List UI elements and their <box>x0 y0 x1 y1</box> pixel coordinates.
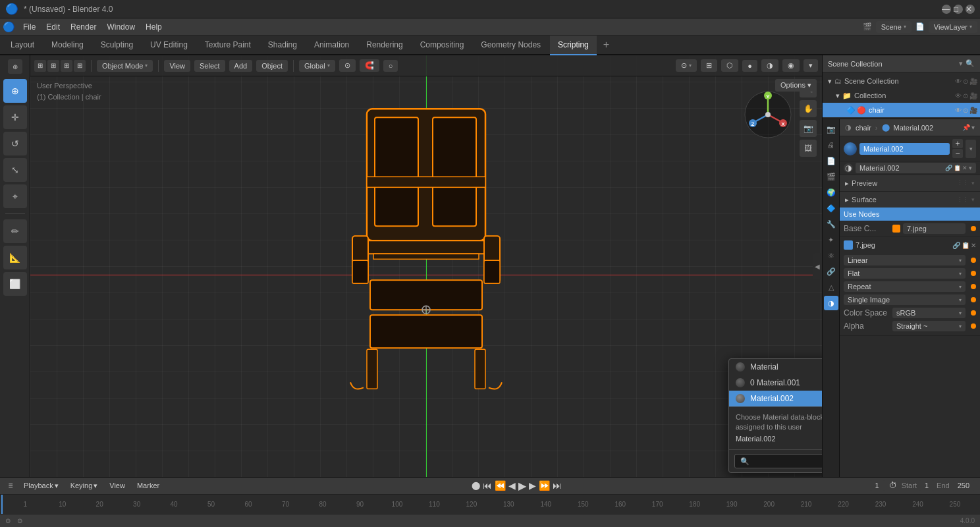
tab-geometry-nodes[interactable]: Geometry Nodes <box>473 36 549 55</box>
pnav-modifier[interactable]: 🔧 <box>824 217 838 231</box>
view-layer-selector[interactable]: ViewLayer ▾ <box>929 21 977 33</box>
tex-copy-icon[interactable]: 📋 <box>962 242 969 249</box>
source-dropdown[interactable]: Single Image ▾ <box>844 294 966 305</box>
col-render-icon[interactable]: 🎥 <box>969 92 977 99</box>
hand-tool-button[interactable]: ✋ <box>800 100 817 117</box>
next-frame-button[interactable]: ⏩ <box>539 480 550 491</box>
scale-tool[interactable]: ⤡ <box>3 158 27 182</box>
chair-render-icon[interactable]: 🎥 <box>969 107 977 114</box>
mat-dd-search-input[interactable] <box>734 454 822 468</box>
move-tool[interactable]: ✛ <box>3 105 27 129</box>
viewport[interactable]: ⊞ ⊞ ⊞ ⊞ Object Mode ▾ View Select Add Ob… <box>30 55 822 477</box>
props-pin-icon[interactable]: 📌 <box>962 124 970 131</box>
prev-frame-button[interactable]: ⏪ <box>495 480 506 491</box>
extension-dropdown[interactable]: Repeat ▾ <box>844 281 966 292</box>
preview-header[interactable]: ▸ Preview ⋮⋮ ▾ <box>840 175 980 191</box>
pnav-view-layer[interactable]: 📄 <box>824 153 838 168</box>
tab-shading[interactable]: Shading <box>260 36 305 55</box>
record-button[interactable]: ⬤ <box>471 481 480 490</box>
cursor-tool[interactable]: ⊕ <box>3 79 27 103</box>
tab-texture-paint[interactable]: Texture Paint <box>197 36 259 55</box>
play-button[interactable]: ▶ <box>518 480 526 492</box>
close-button[interactable]: ✕ <box>966 5 975 14</box>
mat-datablock-selector[interactable]: Material.002 🔗 📋 ✕ ▾ <box>856 163 976 173</box>
tex-link-icon[interactable]: 🔗 <box>952 242 960 249</box>
select-menu[interactable]: Select <box>194 60 225 72</box>
shading-rendered[interactable]: ◉ <box>782 59 800 72</box>
blender-menu-logo[interactable]: 🔵 <box>3 21 15 33</box>
pnav-object-data[interactable]: △ <box>824 280 838 294</box>
maximize-button[interactable]: □ <box>954 5 963 14</box>
menu-window[interactable]: Window <box>101 21 140 33</box>
shading-material[interactable]: ◑ <box>761 59 778 72</box>
mat-dd-material001[interactable]: 0 Material.001 <box>729 375 822 391</box>
playback-menu[interactable]: Playback ▾ <box>20 480 63 491</box>
camera-view-button[interactable]: 📷 <box>800 120 817 137</box>
next-keyframe-button[interactable]: ▶ <box>529 480 536 491</box>
col-eye-icon[interactable]: 👁 <box>955 92 962 99</box>
panel-collapse-arrow[interactable]: ◀ <box>813 253 822 279</box>
add-workspace-button[interactable]: + <box>598 36 614 54</box>
outliner-filter-icon[interactable]: ▾ <box>959 59 963 68</box>
view-menu[interactable]: View <box>164 60 190 72</box>
interpolation-dropdown[interactable]: Linear ▾ <box>844 255 966 265</box>
shading-wireframe[interactable]: ⬡ <box>721 59 738 72</box>
add-menu[interactable]: Add <box>229 60 253 72</box>
outliner-chair[interactable]: 🔷 🔴 chair 👁 ⊙ 🎥 <box>823 103 980 117</box>
sc-select-icon[interactable]: ⊙ <box>963 78 968 85</box>
tex-close-icon[interactable]: ✕ <box>971 242 976 249</box>
tab-layout[interactable]: Layout <box>3 36 42 55</box>
annotate-tool[interactable]: ✏ <box>3 219 27 243</box>
menu-render[interactable]: Render <box>65 21 101 33</box>
mat-dd-material002[interactable]: Material.002 <box>729 391 822 406</box>
col-select-icon[interactable]: ⊙ <box>963 92 968 99</box>
current-frame-field[interactable]: 1 <box>870 480 885 491</box>
outliner-collection[interactable]: ▾ 📁 Collection 👁 ⊙ 🎥 <box>823 88 980 103</box>
tab-scripting[interactable]: Scripting <box>550 36 597 55</box>
pnav-render[interactable]: 📷 <box>824 122 838 136</box>
timeline-ruler[interactable]: 1 10 20 30 40 50 60 70 80 90 100 110 120… <box>0 495 980 514</box>
alpha-dropdown[interactable]: Straight ~ ▾ <box>892 321 966 331</box>
shading-solid[interactable]: ● <box>742 60 757 72</box>
base-color-swatch[interactable] <box>892 225 900 233</box>
keying-menu[interactable]: Keying ▾ <box>67 480 102 491</box>
pnav-scene[interactable]: 🎬 <box>824 169 838 184</box>
tab-modeling[interactable]: Modeling <box>43 36 92 55</box>
chair-select-icon[interactable]: ⊙ <box>963 107 968 114</box>
transform-tool[interactable]: ⌖ <box>3 184 27 208</box>
tab-uv-editing[interactable]: UV Editing <box>142 36 196 55</box>
rotate-tool[interactable]: ↺ <box>3 132 27 155</box>
jump-end-button[interactable]: ⏭ <box>553 480 562 491</box>
overlay-dropdown[interactable]: ⊙▾ <box>676 59 697 72</box>
pnav-output[interactable]: 🖨 <box>824 138 838 152</box>
pnav-object[interactable]: 🔷 <box>824 201 838 215</box>
tab-rendering[interactable]: Rendering <box>358 36 410 55</box>
pnav-material[interactable]: ◑ <box>824 296 838 310</box>
view-menu-timeline[interactable]: View <box>105 480 129 491</box>
timeline-menu-icon[interactable]: ≡ <box>5 480 16 491</box>
render-view-button[interactable]: 🖼 <box>800 140 817 157</box>
pnav-constraints[interactable]: 🔗 <box>824 264 838 279</box>
props-filter-icon[interactable]: ▾ <box>971 124 975 131</box>
scene-selector[interactable]: Scene ▾ <box>876 21 912 33</box>
tab-animation[interactable]: Animation <box>306 36 357 55</box>
end-frame-field[interactable]: 250 <box>952 480 975 491</box>
navigation-gizmo[interactable]: Y X Z <box>742 88 794 141</box>
chair-eye-icon[interactable]: 👁 <box>955 107 962 114</box>
pnav-particles[interactable]: ✦ <box>824 233 838 247</box>
outliner-scene-collection[interactable]: ▾ 🗂 Scene Collection 👁 ⊙ 🎥 <box>823 74 980 88</box>
minimize-button[interactable]: — <box>942 5 951 14</box>
snap-button[interactable]: 🧲 <box>360 59 379 72</box>
tab-compositing[interactable]: Compositing <box>412 36 472 55</box>
shading-options[interactable]: ▾ <box>803 59 818 72</box>
use-nodes-label[interactable]: Use Nodes <box>844 210 879 218</box>
color-space-dropdown[interactable]: sRGB ▾ <box>892 308 966 318</box>
pnav-world[interactable]: 🌍 <box>824 185 838 200</box>
outliner-search-icon[interactable]: 🔍 <box>966 59 975 68</box>
global-transform[interactable]: Global ▾ <box>299 60 335 72</box>
texture-name-value[interactable]: 7.jpeg <box>903 223 966 234</box>
marker-menu[interactable]: Marker <box>133 480 163 491</box>
surface-header[interactable]: ▸ Surface ⋮⋮ ▾ <box>840 192 980 208</box>
pnav-physics[interactable]: ⚛ <box>824 248 838 263</box>
material-options-button[interactable]: ▾ <box>966 140 976 158</box>
